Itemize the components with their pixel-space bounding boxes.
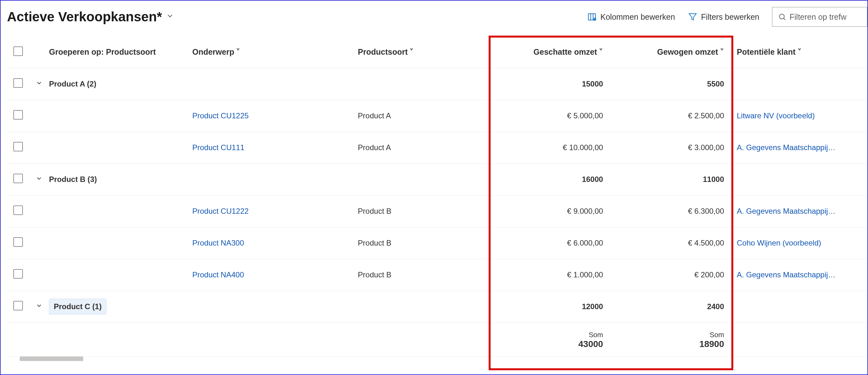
table-row[interactable]: Product CU1225Product A€ 5.000,00€ 2.500…	[7, 100, 867, 132]
client-link[interactable]: Litware NV (voorbeeld)	[737, 111, 815, 120]
cell-weighted: € 200,00	[609, 259, 731, 291]
column-header-type[interactable]: Productsoort˅	[351, 36, 488, 68]
cell-weighted: € 3.000,00	[609, 132, 731, 164]
cell-est: € 6.000,00	[488, 227, 609, 259]
search-placeholder: Filteren op trefw	[789, 12, 846, 22]
expand-toggle-icon[interactable]	[36, 80, 42, 87]
column-headers-row: Groeperen op: Productsoort Onderwerp˅ Pr…	[7, 36, 867, 68]
footer-weighted-label: Som	[616, 331, 724, 339]
row-checkbox[interactable]	[13, 269, 23, 279]
footer-weighted-total: 18900	[616, 339, 724, 349]
cell-est: € 10.000,00	[488, 132, 609, 164]
subject-link[interactable]: Product CU111	[192, 143, 244, 152]
column-header-subject[interactable]: Onderwerp˅	[186, 36, 351, 68]
cell-est: € 5.000,00	[488, 100, 609, 132]
page-title: Actieve Verkoopkansen*	[7, 9, 162, 25]
filter-icon	[688, 12, 698, 22]
cell-type: Product A	[351, 100, 488, 132]
row-checkbox[interactable]	[13, 301, 23, 311]
cell-type: Product A	[351, 132, 488, 164]
edit-columns-label: Kolommen bewerken	[600, 12, 675, 22]
subject-link[interactable]: Product CU1222	[192, 207, 248, 215]
page-header: Actieve Verkoopkansen* Kolommen bewerken…	[7, 7, 867, 27]
group-weighted-sum: 5500	[609, 68, 731, 100]
select-all-checkbox[interactable]	[13, 47, 23, 56]
row-checkbox[interactable]	[13, 78, 23, 88]
footer-est-total: 43000	[495, 339, 603, 349]
expand-toggle-icon[interactable]	[36, 302, 42, 309]
group-weighted-sum: 2400	[609, 291, 731, 322]
view-selector-caret[interactable]	[166, 12, 174, 22]
cell-est: € 9.000,00	[488, 195, 609, 227]
group-label: Product A (2)	[49, 80, 96, 88]
cell-type: Product B	[351, 259, 488, 291]
group-label: Product C (1)	[49, 299, 106, 315]
group-est-sum: 16000	[488, 164, 609, 195]
svg-point-7	[779, 14, 784, 19]
client-link[interactable]: A. Gegevens Maatschappij…	[737, 270, 836, 279]
chevron-down-icon: ˅	[599, 48, 603, 56]
chevron-down-icon: ˅	[798, 48, 802, 56]
cell-type: Product B	[351, 195, 488, 227]
client-link[interactable]: A. Gegevens Maatschappij…	[737, 207, 836, 215]
group-row[interactable]: Product B (3)1600011000	[7, 164, 867, 195]
toolbar: Kolommen bewerken Filters bewerken Filte…	[587, 7, 867, 27]
subject-link[interactable]: Product NA300	[192, 238, 244, 247]
columns-icon	[587, 12, 597, 22]
row-checkbox[interactable]	[13, 205, 23, 215]
table-row[interactable]: Product CU1222Product B€ 9.000,00€ 6.300…	[7, 195, 867, 227]
group-label: Product B (3)	[49, 175, 97, 183]
edit-columns-button[interactable]: Kolommen bewerken	[587, 12, 675, 22]
table-row[interactable]: Product NA400Product B€ 1.000,00€ 200,00…	[7, 259, 867, 291]
edit-filters-label: Filters bewerken	[701, 12, 760, 22]
cell-weighted: € 2.500,00	[609, 100, 731, 132]
column-header-client[interactable]: Potentiële klant˅	[731, 36, 867, 68]
row-checkbox[interactable]	[13, 110, 23, 120]
cell-weighted: € 6.300,00	[609, 195, 731, 227]
totals-row: Som 43000 Som 18900	[7, 322, 867, 354]
svg-line-8	[784, 19, 785, 20]
group-weighted-sum: 11000	[609, 164, 731, 195]
footer-est-label: Som	[495, 331, 603, 339]
group-row[interactable]: Product C (1)120002400	[7, 291, 867, 322]
table-row[interactable]: Product CU111Product A€ 10.000,00€ 3.000…	[7, 132, 867, 164]
edit-filters-button[interactable]: Filters bewerken	[688, 12, 760, 22]
client-link[interactable]: A. Gegevens Maatschappij…	[737, 143, 836, 152]
cell-type: Product B	[351, 227, 488, 259]
cell-weighted: € 4.500,00	[609, 227, 731, 259]
group-est-sum: 15000	[488, 68, 609, 100]
group-est-sum: 12000	[488, 291, 609, 322]
chevron-down-icon: ˅	[409, 48, 414, 56]
column-header-group[interactable]: Groeperen op: Productsoort	[49, 36, 186, 68]
row-checkbox[interactable]	[13, 174, 23, 183]
client-link[interactable]: Coho Wijnen (voorbeeld)	[737, 238, 821, 247]
group-row[interactable]: Product A (2)150005500	[7, 68, 867, 100]
search-input[interactable]: Filteren op trefw	[772, 7, 867, 27]
chevron-down-icon: ˅	[236, 48, 240, 56]
horizontal-scrollbar[interactable]	[7, 356, 867, 362]
data-grid: Groeperen op: Productsoort Onderwerp˅ Pr…	[7, 36, 867, 354]
expand-toggle-icon[interactable]	[36, 175, 42, 182]
column-header-weighted[interactable]: Gewogen omzet˅	[609, 36, 731, 68]
row-checkbox[interactable]	[13, 237, 23, 247]
subject-link[interactable]: Product NA400	[192, 270, 244, 279]
column-header-est[interactable]: Geschatte omzet˅	[488, 36, 609, 68]
row-checkbox[interactable]	[13, 142, 23, 151]
subject-link[interactable]: Product CU1225	[192, 111, 248, 120]
cell-est: € 1.000,00	[488, 259, 609, 291]
svg-marker-6	[689, 14, 696, 20]
table-row[interactable]: Product NA300Product B€ 6.000,00€ 4.500,…	[7, 227, 867, 259]
search-icon	[778, 13, 786, 21]
chevron-down-icon: ˅	[720, 48, 724, 56]
